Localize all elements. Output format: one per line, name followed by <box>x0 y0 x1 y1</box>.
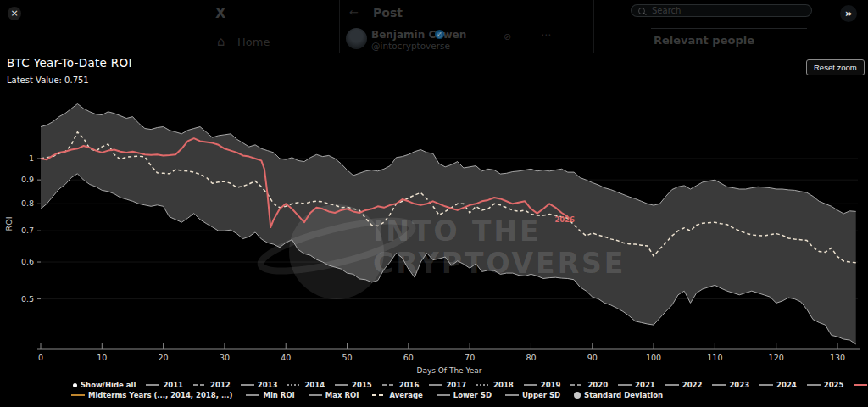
y-tick-label: 0.5 <box>21 294 34 304</box>
solid-marker-icon <box>241 384 254 386</box>
legend-item-label: 2012 <box>210 381 231 389</box>
legend-item-label: Min ROI <box>263 391 294 399</box>
legend-item-label: 2019 <box>541 381 561 389</box>
dot-marker-icon <box>73 383 77 387</box>
dotted-marker-icon <box>287 384 301 386</box>
solid-marker-icon <box>524 384 537 386</box>
legend-item-label: 2015 <box>352 381 372 389</box>
dashed-marker-icon <box>382 384 396 386</box>
legend-item-2017[interactable]: 2017 <box>429 381 466 389</box>
legend-item-upper-sd[interactable]: Upper SD <box>505 391 560 399</box>
x-tick-label: 90 <box>587 353 598 362</box>
legend-item-2025[interactable]: 2025 <box>807 381 844 389</box>
roi-chart[interactable]: 10.90.80.70.60.5ROI010203040506070809010… <box>0 0 868 407</box>
x-tick-label: 0 <box>38 353 43 362</box>
solid-marker-icon <box>71 394 85 396</box>
legend-item-label: 2025 <box>824 381 844 389</box>
legend-item-2026[interactable]: 2026 <box>854 381 868 389</box>
legend-item-2019[interactable]: 2019 <box>524 381 561 389</box>
x-tick-label: 110 <box>707 353 722 362</box>
legend-item-2020[interactable]: 2020 <box>570 381 608 389</box>
legend-item-average[interactable]: Average <box>372 391 422 399</box>
y-tick-label: 1 <box>29 153 34 163</box>
solid-marker-icon <box>246 394 259 396</box>
legend-item-2011[interactable]: 2011 <box>146 381 183 389</box>
x-tick-label: 130 <box>830 353 845 362</box>
solid-marker-icon <box>146 384 159 386</box>
legend-item-label: 2018 <box>493 381 514 389</box>
legend-item-label: 2017 <box>446 381 466 389</box>
y-tick-label: 0.9 <box>21 175 34 184</box>
solid-marker-icon <box>807 384 821 386</box>
dashed-marker-icon <box>570 384 584 386</box>
legend-item-label: 2021 <box>635 381 655 389</box>
solid-marker-icon <box>618 384 632 386</box>
solid-marker-icon <box>854 384 867 386</box>
legend-item-label: Average <box>389 391 422 399</box>
legend-item-label: 2011 <box>163 381 183 389</box>
legend-item-label: 2024 <box>776 381 797 389</box>
y-axis-title: ROI <box>4 217 14 231</box>
legend-item-standard-deviation[interactable]: Standard Deviation <box>574 391 663 399</box>
legend-item-label: Show/Hide all <box>81 381 136 389</box>
svg-text:CRYPTOVERSE: CRYPTOVERSE <box>373 247 626 280</box>
x-tick-label: 100 <box>646 353 661 362</box>
legend-item-label: 2013 <box>258 381 278 389</box>
legend-item-2015[interactable]: 2015 <box>335 381 372 389</box>
legend-item-show-hide-all[interactable]: Show/Hide all <box>73 381 136 389</box>
y-tick-label: 0.6 <box>21 257 34 266</box>
solid-marker-icon <box>505 394 519 396</box>
dashed-marker-icon <box>193 384 207 386</box>
legend-item-min-roi[interactable]: Min ROI <box>246 391 294 399</box>
legend-item-max-roi[interactable]: Max ROI <box>309 391 359 399</box>
legend-item-label: Lower SD <box>453 391 492 399</box>
solid-marker-icon <box>760 384 773 386</box>
legend-item-2016[interactable]: 2016 <box>382 381 420 389</box>
legend-item-label: 2023 <box>729 381 749 389</box>
x-tick-label: 80 <box>526 353 536 362</box>
legend-item-label: Midterms Years (..., 2014, 2018, ...) <box>88 391 232 399</box>
x-tick-label: 60 <box>403 353 414 362</box>
legend-item-label: 2020 <box>587 381 608 389</box>
x-tick-label: 10 <box>97 353 107 362</box>
x-tick-label: 120 <box>769 353 784 362</box>
svg-text:INTO THE: INTO THE <box>373 215 542 248</box>
x-tick-label: 40 <box>281 353 291 362</box>
solid-marker-icon <box>712 384 726 386</box>
legend-item-2021[interactable]: 2021 <box>618 381 655 389</box>
legend-item-label: 2022 <box>682 381 703 389</box>
x-tick-label: 30 <box>220 353 230 362</box>
x-tick-label: 50 <box>342 353 352 362</box>
legend-item-label: 2016 <box>399 381 420 389</box>
solid-marker-icon <box>429 384 442 386</box>
dashed-marker-icon <box>372 394 386 396</box>
x-tick-label: 70 <box>465 353 475 362</box>
legend-item-2022[interactable]: 2022 <box>665 381 703 389</box>
legend-row-stats: Midterms Years (..., 2014, 2018, ...)Min… <box>0 391 868 399</box>
legend-row-years: Show/Hide all201120122013201420152016201… <box>0 381 868 389</box>
legend-item-lower-sd[interactable]: Lower SD <box>437 391 492 399</box>
solid-marker-icon <box>665 384 679 386</box>
x-tick-label: 20 <box>159 353 169 362</box>
legend-item-2013[interactable]: 2013 <box>241 381 278 389</box>
dotted-marker-icon <box>476 384 490 386</box>
legend-item-2018[interactable]: 2018 <box>476 381 514 389</box>
solid-marker-icon <box>437 394 450 396</box>
solid-marker-icon <box>309 394 322 396</box>
y-tick-label: 0.7 <box>21 226 34 235</box>
legend-item-label: Upper SD <box>522 391 560 399</box>
legend-item-2024[interactable]: 2024 <box>760 381 797 389</box>
legend-item-label: Max ROI <box>326 391 359 399</box>
x-axis-title: Days Of The Year <box>416 366 481 375</box>
legend-item-2014[interactable]: 2014 <box>287 381 325 389</box>
y-tick-label: 0.8 <box>21 198 34 208</box>
solid-marker-icon <box>335 384 348 386</box>
legend-item-label: 2014 <box>304 381 325 389</box>
legend-item-midterms-years-2014-2018[interactable]: Midterms Years (..., 2014, 2018, ...) <box>71 391 232 399</box>
label-2026: 2026 <box>554 215 575 224</box>
legend-item-2023[interactable]: 2023 <box>712 381 749 389</box>
legend-item-label: Standard Deviation <box>584 391 663 399</box>
bigdot-marker-icon <box>574 392 581 399</box>
screen: × X ⌂ Home ← Post Benjamin Cowen ✓ @into… <box>0 0 868 407</box>
legend-item-2012[interactable]: 2012 <box>193 381 231 389</box>
